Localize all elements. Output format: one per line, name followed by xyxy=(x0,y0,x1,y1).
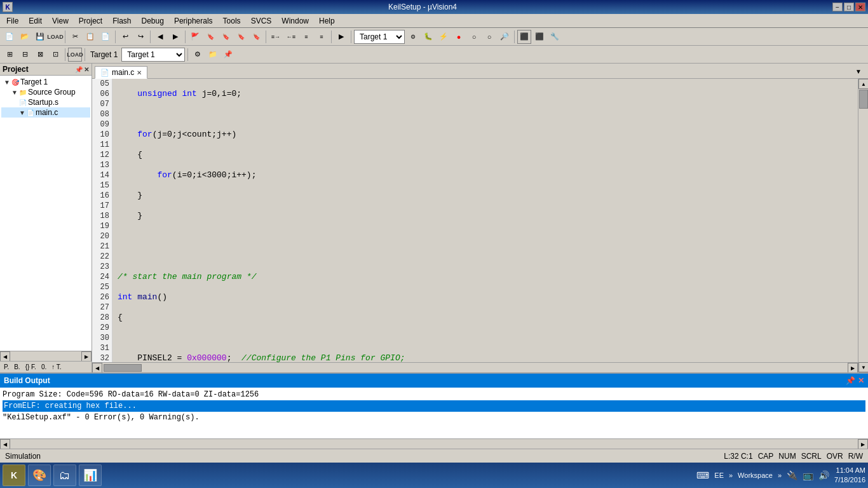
new-file-button[interactable]: 📄 xyxy=(3,30,17,44)
nav-forward-button[interactable]: ▶ xyxy=(168,30,182,44)
target-dropdown[interactable]: Target 1 xyxy=(354,30,405,44)
outdent-button[interactable]: ←≡ xyxy=(284,30,298,44)
zoom-button[interactable]: 🔎 xyxy=(498,30,512,44)
menu-item-flash[interactable]: Flash xyxy=(107,15,136,27)
menu-item-tools[interactable]: Tools xyxy=(218,15,246,27)
editor-scroll-right[interactable]: ▶ xyxy=(848,363,858,372)
menu-item-edit[interactable]: Edit xyxy=(24,15,47,27)
proj-tab-0[interactable]: 0. xyxy=(39,363,49,371)
menu-item-project[interactable]: Project xyxy=(74,15,107,27)
maximize-button[interactable]: □ xyxy=(844,3,854,11)
save-all-button[interactable]: LOAD xyxy=(48,30,62,44)
taskbar-volume-icon[interactable]: 🔊 xyxy=(818,470,829,480)
editor-scrollbar-v[interactable]: ▲ ▼ xyxy=(858,79,868,372)
nav-back-button[interactable]: ◀ xyxy=(153,30,167,44)
menu-item-window[interactable]: Window xyxy=(276,15,314,27)
tab-dropdown-button[interactable]: ▼ xyxy=(851,64,865,78)
cut-button[interactable]: ✂ xyxy=(68,30,82,44)
proj-tab-t[interactable]: ↑ T. xyxy=(49,363,64,371)
menu-item-svcs[interactable]: SVCS xyxy=(246,15,277,27)
menu-item-peripherals[interactable]: Peripherals xyxy=(169,15,218,27)
run-button[interactable]: ▶ xyxy=(334,30,348,44)
taskbar-keil-button[interactable]: K xyxy=(3,464,25,486)
tb2-btn-2[interactable]: ⊟ xyxy=(18,48,32,62)
tree-item-main-c[interactable]: ▼ 📄 main.c xyxy=(1,107,90,118)
menu-item-debug[interactable]: Debug xyxy=(137,15,169,27)
tree-item-startup[interactable]: 📄 Startup.s xyxy=(1,97,90,107)
target-select-2[interactable]: Target 1 xyxy=(121,48,185,62)
proj-tab-p[interactable]: P. xyxy=(1,363,11,371)
tree-item-target1[interactable]: ▼ 🎯 Target 1 xyxy=(1,77,90,87)
tb2-btn-4[interactable]: ⊡ xyxy=(48,48,62,62)
flash-button[interactable]: ⚡ xyxy=(437,30,451,44)
close-button[interactable]: ✕ xyxy=(855,3,865,11)
step-button[interactable]: ○ xyxy=(482,30,496,44)
proj-scroll-right[interactable]: ▶ xyxy=(81,351,92,362)
build-scroll-right[interactable]: ▶ xyxy=(858,439,868,449)
target-options-button[interactable]: ⚙ xyxy=(406,30,420,44)
editor-scroll-thumb-v[interactable] xyxy=(859,90,868,109)
project-scrollbar[interactable]: ◀ ▶ xyxy=(0,351,92,361)
proj-tab-f[interactable]: {} F. xyxy=(23,363,39,371)
taskbar-explorer-button[interactable]: 🗂 xyxy=(53,464,76,486)
tb2-btn-5[interactable]: 📁 xyxy=(206,48,220,62)
reset-button[interactable]: ○ xyxy=(467,30,481,44)
proj-tab-b[interactable]: B. xyxy=(11,363,22,371)
taskbar-workspace-label[interactable]: Workspace xyxy=(738,471,773,479)
editor-scroll-left[interactable]: ◀ xyxy=(92,363,102,372)
menu-item-view[interactable]: View xyxy=(47,15,74,27)
view-button-2[interactable]: ⬛ xyxy=(532,30,546,44)
bookmark-button-2[interactable]: 🔖 xyxy=(203,30,217,44)
minimize-button[interactable]: − xyxy=(832,3,843,11)
taskbar-network-icon[interactable]: 🔌 xyxy=(787,470,797,480)
bookmark-button-1[interactable]: 🚩 xyxy=(188,30,202,44)
code-editor[interactable]: 05 06 07 08 09 10 11 12 13 14 15 xyxy=(92,79,858,362)
clock[interactable]: 11:04 AM 7/18/2016 xyxy=(834,466,865,485)
format-button-1[interactable]: ≡ xyxy=(299,30,313,44)
view-button-1[interactable]: ⬛ xyxy=(517,30,531,44)
indent-button[interactable]: ≡→ xyxy=(269,30,283,44)
project-close-button[interactable]: ✕ xyxy=(84,66,89,73)
taskbar-display-icon[interactable]: 📺 xyxy=(803,470,813,480)
tab-close-button[interactable]: ✕ xyxy=(137,69,142,76)
save-button[interactable]: 💾 xyxy=(33,30,47,44)
editor-scroll-up[interactable]: ▲ xyxy=(858,79,868,89)
build-scroll-left[interactable]: ◀ xyxy=(0,439,10,449)
taskbar-keyboard-icon[interactable]: ⌨ xyxy=(696,470,709,480)
proj-scroll-left[interactable]: ◀ xyxy=(0,351,10,362)
tab-main-c[interactable]: 📄 main.c ✕ xyxy=(95,66,147,79)
proj-scroll-track[interactable] xyxy=(10,351,81,361)
redo-button[interactable]: ↪ xyxy=(133,30,147,44)
editor-scroll-thumb-h[interactable] xyxy=(104,364,142,372)
bookmark-button-4[interactable]: 🔖 xyxy=(234,30,248,44)
open-button[interactable]: 📂 xyxy=(18,30,32,44)
project-pin-button[interactable]: 📌 xyxy=(75,66,83,73)
menu-item-file[interactable]: File xyxy=(1,15,24,27)
build-output-close-button[interactable]: ✕ xyxy=(858,376,864,385)
tree-item-source-group[interactable]: ▼ 📁 Source Group xyxy=(1,87,90,97)
debug-button[interactable]: 🐛 xyxy=(421,30,435,44)
bookmark-button-5[interactable]: 🔖 xyxy=(249,30,263,44)
build-scrollbar-h[interactable]: ◀ ▶ xyxy=(0,438,868,449)
paste-button[interactable]: 📄 xyxy=(98,30,112,44)
editor-scrollbar-h[interactable]: ◀ ▶ xyxy=(92,362,858,372)
tb2-btn-3[interactable]: ⊠ xyxy=(33,48,47,62)
code-content[interactable]: unsigned int j=0,i=0; for(j=0;j<count;j+… xyxy=(112,79,858,362)
editor-scroll-down[interactable]: ▼ xyxy=(858,362,868,372)
tb2-btn-6[interactable]: 📌 xyxy=(221,48,235,62)
taskbar-paint-button[interactable]: 🎨 xyxy=(28,464,51,486)
bookmark-button-3[interactable]: 🔖 xyxy=(219,30,233,44)
tb2-btn-1[interactable]: ⊞ xyxy=(3,48,17,62)
build-output-pin-button[interactable]: 📌 xyxy=(846,376,855,385)
tb2-settings-button[interactable]: ⚙ xyxy=(191,48,205,62)
stop-button[interactable]: ● xyxy=(452,30,466,44)
copy-button[interactable]: 📋 xyxy=(83,30,97,44)
build-scroll-track[interactable] xyxy=(10,439,858,449)
undo-button[interactable]: ↩ xyxy=(118,30,132,44)
tools-button[interactable]: 🔧 xyxy=(548,30,562,44)
editor-scroll-track-h[interactable] xyxy=(102,363,848,372)
menu-item-help[interactable]: Help xyxy=(314,15,340,27)
format-button-2[interactable]: ≡ xyxy=(315,30,329,44)
editor-scroll-track-v[interactable] xyxy=(858,89,868,362)
taskbar-chart-button[interactable]: 📊 xyxy=(79,464,102,486)
